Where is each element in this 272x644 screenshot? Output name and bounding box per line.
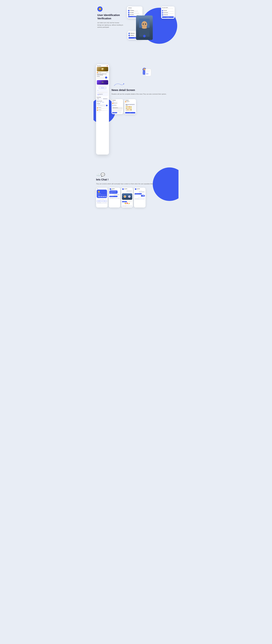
related-news-list: Bitcoin PayPal allows B... bbox=[97, 98, 108, 100]
reader-svg bbox=[137, 67, 153, 80]
send-icon-1[interactable]: ➤ bbox=[106, 202, 106, 203]
emoji-9[interactable]: 🤯 bbox=[126, 109, 127, 110]
wave-emoji: 👋 bbox=[98, 190, 106, 193]
send-icon-3[interactable]: ➤ bbox=[131, 206, 132, 206]
tab-newest[interactable]: Newest bbox=[112, 101, 114, 102]
video-ok-btn[interactable]: OK bbox=[122, 201, 127, 202]
sub-comment1-name: Michael Lopez bbox=[114, 103, 117, 103]
quote-author-row: Michael Taylor Quoted bbox=[98, 94, 108, 95]
verification-desc: we make sure only real live human beings… bbox=[97, 22, 123, 28]
submit-mood-btn[interactable]: Submit bbox=[125, 112, 135, 114]
comment-1: Halle Berry bbox=[97, 107, 108, 109]
chat-placeholder-2: Write a message... bbox=[110, 198, 114, 198]
video-cancel-btn[interactable]: ✕ bbox=[127, 201, 132, 202]
welcome-sub: Welcome to CryptoHub. How can we help yo… bbox=[98, 194, 106, 196]
emoji-12[interactable]: 😎 bbox=[130, 109, 132, 110]
chat-input-3[interactable]: Write a message... ➤ bbox=[122, 206, 132, 207]
not-now-btn[interactable]: Not now bbox=[97, 200, 102, 202]
extra-phone-header: Joe Smith Online bbox=[134, 188, 145, 190]
tag-eth[interactable]: ETH bbox=[101, 196, 103, 197]
emoji-5[interactable]: 😂 bbox=[126, 108, 127, 109]
tab-all[interactable]: All bbox=[117, 101, 117, 102]
em-3[interactable]: 👍 bbox=[128, 202, 130, 204]
news-bookmark-icon[interactable]: 🔖 bbox=[107, 65, 108, 66]
tag-defi[interactable]: DeFi bbox=[100, 102, 102, 103]
section-verification: 😊 User Identification Verification we ma… bbox=[94, 0, 178, 57]
step-avoid-lighting: ☀ Avoid lighting bbox=[128, 10, 142, 12]
mood-phone-title: Comments bbox=[125, 100, 129, 100]
later-btn[interactable]: Later bbox=[102, 200, 107, 202]
emoji-11[interactable]: 🙄 bbox=[129, 109, 130, 110]
video-avatar-2 bbox=[128, 196, 130, 198]
emoji-2[interactable]: 😢 bbox=[127, 106, 128, 108]
emoji-3[interactable]: 😡 bbox=[129, 106, 130, 108]
author-date: 13 min read bbox=[98, 73, 102, 73]
comment-icon-sm[interactable]: 💬 bbox=[108, 72, 108, 73]
like-icon[interactable]: ❤ bbox=[106, 72, 107, 73]
read-more-btn[interactable]: Read more bbox=[99, 87, 106, 89]
chat-convo-phone-1: Joe Smith Online Oh no, I'm sorry to hea… bbox=[109, 188, 120, 208]
comment-input[interactable]: Your Comment here... bbox=[97, 104, 108, 107]
chat-section-title: lets Chat ! bbox=[96, 178, 176, 181]
video-name-block: Joe Smith Online bbox=[124, 188, 127, 190]
quote-author-info: Michael Taylor Quoted bbox=[99, 94, 103, 95]
send-icon-2[interactable]: ➤ bbox=[118, 198, 119, 198]
tag-bnb[interactable]: BNB bbox=[105, 196, 107, 197]
comments-phone-title: Comments bbox=[112, 100, 116, 100]
convo1-user-info: Joe Smith Online bbox=[110, 188, 114, 190]
tag-btc[interactable]: BTC bbox=[103, 196, 105, 197]
read-receipt: Read that's sent! 📎 bbox=[122, 204, 132, 205]
svg-rect-10 bbox=[146, 70, 150, 70]
chat-input-2[interactable]: Write a message... ➤ bbox=[109, 198, 120, 199]
chat-msg-incoming-wrap: Can you send me a link? bbox=[109, 194, 120, 196]
tab-popular[interactable]: Popular bbox=[114, 101, 116, 102]
convo1-avatar bbox=[110, 188, 111, 190]
mood-question: What's your mood about this news? bbox=[126, 104, 135, 106]
chat-input-4[interactable]: Write a message... ➤ bbox=[134, 198, 145, 200]
mood-phone-header: Comments bbox=[125, 100, 135, 100]
sub-comment1-content: Michael Lopez bbox=[114, 103, 117, 104]
news-main-phone: News Details 🔖 🏜️ Lottie Marsh 13 min re… bbox=[96, 64, 109, 154]
emoji-reaction-row-2: 😂 🥳 😴 🤔 bbox=[126, 108, 135, 109]
quote-text bbox=[98, 92, 108, 94]
tag-bitcoin[interactable]: Bitcoin bbox=[97, 102, 99, 103]
emoji-8[interactable]: 🤔 bbox=[130, 108, 132, 109]
step1-label: Avoid lighting bbox=[130, 10, 142, 11]
emoji-6[interactable]: 🥳 bbox=[127, 108, 128, 109]
em-1[interactable]: 😊 bbox=[124, 202, 126, 204]
step3-icon: 📷 bbox=[128, 14, 130, 16]
comment-send-icon[interactable] bbox=[106, 105, 108, 106]
chat-layout: ☁️💬 lets Chat ! They are screens which w… bbox=[96, 172, 176, 208]
emoji-4[interactable]: 😮 bbox=[130, 106, 132, 108]
online-indicator bbox=[112, 189, 112, 190]
phone1-header: Verification bbox=[128, 8, 142, 8]
send-icon-4[interactable]: ➤ bbox=[144, 198, 144, 199]
chat-extra-phone: Joe Smith Online How is there something.… bbox=[134, 188, 146, 208]
phone1-title: Verification bbox=[128, 8, 132, 8]
extra-msg-1: Can you send me a link? bbox=[138, 191, 145, 192]
article-title: PayPal allows Bitcoin and crypto spendin… bbox=[97, 74, 108, 76]
step1-sub bbox=[164, 11, 174, 12]
article-actions: ❤ 💬 bbox=[106, 72, 108, 73]
quote-author-avatar bbox=[98, 94, 99, 95]
article-footer: 40 likes 40 News bbox=[97, 112, 108, 112]
chat-welcome-phone: 🤖 Online 👋 Hi there! Welcome to CryptoHu… bbox=[96, 188, 108, 208]
related-item-2[interactable]: PayPal allows B... bbox=[103, 98, 108, 100]
tag-usdt[interactable]: USDT bbox=[98, 196, 100, 197]
mood-comment1-text bbox=[127, 102, 130, 103]
step3-sub bbox=[164, 15, 174, 16]
sub-comment-btn[interactable]: 💬 bbox=[118, 112, 122, 113]
chat-input-1[interactable]: Write a message... ➤ bbox=[97, 202, 107, 204]
verification-left: 😊 User Identification Verification we ma… bbox=[97, 5, 123, 28]
emoji-1[interactable]: 😊 bbox=[126, 106, 127, 108]
expand-btn[interactable]: › bbox=[105, 76, 107, 78]
emoji-10[interactable]: 😍 bbox=[127, 109, 128, 110]
sub-like-btn[interactable]: 👍 bbox=[112, 112, 117, 113]
tag-markets[interactable]: Markets bbox=[102, 102, 104, 103]
related-item-1[interactable]: Bitcoin bbox=[97, 98, 102, 100]
step3-num: 3 bbox=[162, 14, 163, 16]
lets-start-btn[interactable]: Let's start bbox=[162, 16, 174, 18]
emoji-7[interactable]: 😴 bbox=[129, 108, 130, 109]
section-news: News Details 🔖 🏜️ Lottie Marsh 13 min re… bbox=[94, 62, 178, 162]
em-2[interactable]: ❤️ bbox=[126, 202, 128, 204]
